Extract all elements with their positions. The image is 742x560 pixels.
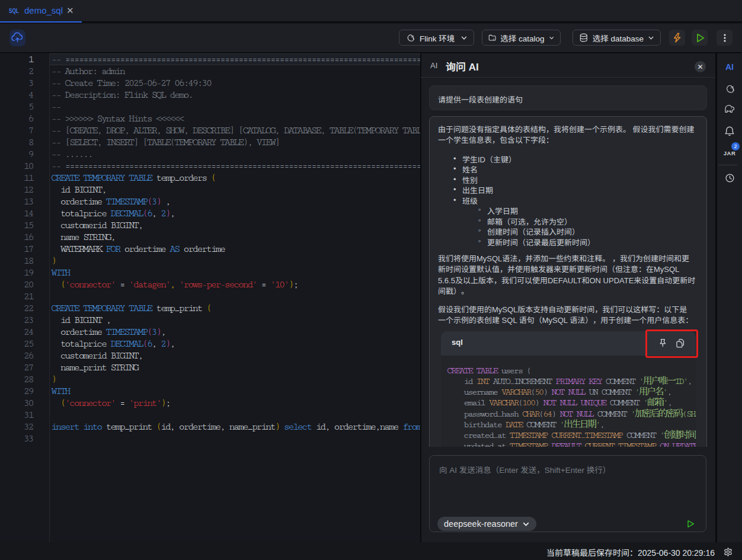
svg-text:c: c [493,37,495,41]
